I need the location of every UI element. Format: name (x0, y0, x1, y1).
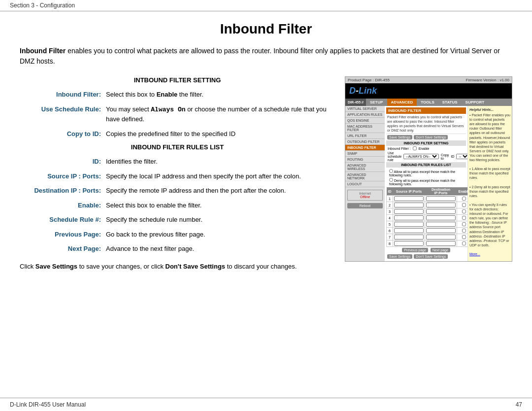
router-tab-support[interactable]: SUPPORT (462, 99, 489, 106)
cell-id: 5 (387, 221, 393, 228)
bottom-note-bold1: Save Settings (35, 263, 77, 270)
sidebar-adv-network[interactable]: ADVANCED NETWORK (345, 172, 385, 181)
desc-enable: Select this box to enable the filter. (106, 201, 335, 210)
input-dst-ip[interactable] (426, 209, 456, 214)
router-screenshot: Product Page : DIR-455 Firmware Version … (345, 76, 512, 262)
radio-allow-input[interactable] (389, 169, 393, 173)
router-top-bar: Product Page : DIR-455 Firmware Version … (345, 77, 512, 83)
sidebar-inbound[interactable]: INBOUND FILTER (345, 145, 385, 151)
router-header: D-Link (345, 83, 512, 99)
router-prev-page-btn[interactable]: Previous page (402, 248, 428, 252)
footer-right: 47 (516, 401, 522, 408)
sidebar-mac[interactable]: MAC ADDRESS FILTER (345, 124, 385, 133)
section-label: Section 3 - Configuration (10, 2, 75, 9)
sidebar-snmp[interactable]: SNMP (345, 151, 385, 157)
input-dst-ip[interactable] (426, 203, 456, 207)
sidebar-routing[interactable]: ROUTING (345, 157, 385, 163)
router-tab-tools[interactable]: TOOLS (417, 99, 438, 106)
main-content: Inbound Filter Inbound Filter enables yo… (0, 11, 532, 281)
def-row-inbound: Inbound Filter: Select this box to Enabl… (20, 90, 335, 100)
enable-checkbox[interactable] (462, 216, 466, 220)
router-next-page-btn[interactable]: Next page (431, 248, 450, 252)
router-page-btns: Previous page Next page (386, 247, 466, 253)
input-src-ip[interactable] (394, 203, 424, 207)
router-model: DIR-455 // (348, 101, 364, 104)
desc-prev-page: Go back to the previous filter page. (106, 230, 335, 240)
input-src-ip[interactable] (394, 228, 424, 233)
hint-more-link[interactable]: More... (469, 252, 480, 256)
enable-checkbox[interactable] (462, 241, 466, 245)
input-dst-ip[interactable] (426, 196, 456, 201)
hint-1: • Packet Filter enables you to control w… (469, 113, 510, 162)
input-src-ip[interactable] (394, 196, 424, 201)
sidebar-qos[interactable]: QOS ENGINE (345, 118, 385, 124)
input-dst-ip[interactable] (426, 235, 456, 240)
router-save-btn-top[interactable]: Save Settings (387, 135, 412, 139)
bottom-note: Click Save Settings to save your changes… (20, 262, 335, 272)
router-product-label: Product Page : DIR-455 (348, 78, 390, 82)
id-label: ID (451, 155, 454, 158)
enable-checkbox[interactable] (462, 222, 466, 226)
enable-checkbox[interactable] (462, 229, 466, 233)
term-prev-page: Previous Page: (20, 230, 106, 240)
desc-inbound-bold: Enable (157, 91, 178, 98)
router-tab-status[interactable]: STATUS (438, 99, 462, 106)
router-logo-link: Link (359, 86, 377, 96)
copy-label: Copy to (441, 153, 449, 160)
router-save-btn-bottom[interactable]: Save Settings (387, 254, 412, 259)
router-logo: D-Link (349, 86, 508, 96)
input-src-ip[interactable] (394, 215, 424, 220)
enable-checkbox[interactable] (462, 197, 466, 201)
sidebar-logout[interactable]: LOGOUT (345, 181, 385, 187)
router-nosave-btn-top[interactable]: Don't Save Settings (414, 135, 448, 139)
sidebar-app-rules[interactable]: APPLICATION RULES (345, 112, 385, 118)
page-title: Inbound Filter (20, 21, 512, 37)
enable-checkbox[interactable] (462, 203, 466, 207)
input-src-ip[interactable] (394, 209, 424, 214)
cell-dstip (425, 202, 457, 208)
cell-srcip (393, 215, 425, 221)
hint-2: • 1.Allow all to pass except those match… (469, 167, 510, 180)
section-heading-filter: INTBOUND FILTER SETTING (20, 76, 335, 84)
router-nosave-btn-bottom[interactable]: Don't Save Settings (414, 254, 448, 259)
input-dst-ip[interactable] (426, 215, 456, 220)
sidebar-url[interactable]: URL FILTER (345, 133, 385, 139)
enable-checkbox[interactable] (462, 209, 466, 213)
cell-id: 4 (387, 215, 393, 221)
input-dst-ip[interactable] (426, 222, 456, 227)
schedule-select[interactable]: --ALWAYS ON-- (403, 154, 439, 159)
desc-schedule-mono: Always On (151, 106, 185, 113)
cell-srcip (393, 202, 425, 208)
term-next-page: Next Page: (20, 244, 106, 254)
input-src-ip[interactable] (394, 222, 424, 227)
cell-id: 6 (387, 228, 393, 234)
cell-id: 3 (387, 208, 393, 215)
enable-checkbox[interactable] (462, 235, 466, 239)
desc-schedule-pre: You may select (106, 105, 151, 113)
router-hints-content: • Packet Filter enables you to control w… (469, 113, 510, 256)
input-src-ip[interactable] (394, 241, 424, 246)
router-screenshot-container: Product Page : DIR-455 Firmware Version … (345, 76, 512, 262)
cell-dstip (425, 240, 457, 247)
cell-dstip (425, 228, 457, 234)
router-logo-d: D (349, 86, 356, 96)
desc-copy: Copies the predefined filter to the spec… (106, 129, 335, 139)
cell-dstip (425, 215, 457, 221)
router-hints-title: Helpful Hints... (469, 107, 510, 112)
router-main-wrapper: INBOUND FILTER Packet Filter enables you… (385, 106, 467, 261)
sidebar-outbound[interactable]: OUTBOUND FILTER (345, 139, 385, 145)
cell-srcip (393, 228, 425, 234)
def-row-prev-page: Previous Page: Go back to the previous f… (20, 230, 335, 240)
def-row-id: ID: Identifies the filter. (20, 157, 335, 167)
radio-deny-input[interactable] (389, 178, 393, 182)
sidebar-virtual-server[interactable]: VIRTUAL SERVER (345, 106, 385, 112)
input-dst-ip[interactable] (426, 241, 456, 246)
router-reboot-btn[interactable]: Reboot (347, 203, 383, 208)
input-dst-ip[interactable] (426, 228, 456, 233)
input-src-ip[interactable] (394, 235, 424, 240)
sidebar-adv-wireless[interactable]: ADVANCED WIRELESS (345, 163, 385, 172)
filter-checkbox[interactable] (413, 146, 417, 150)
router-tab-advanced[interactable]: ADVANCED (387, 99, 417, 106)
router-tab-setup[interactable]: SETUP (366, 99, 387, 106)
def-row-schedule: Use Schedule Rule: You may select Always… (20, 104, 335, 124)
